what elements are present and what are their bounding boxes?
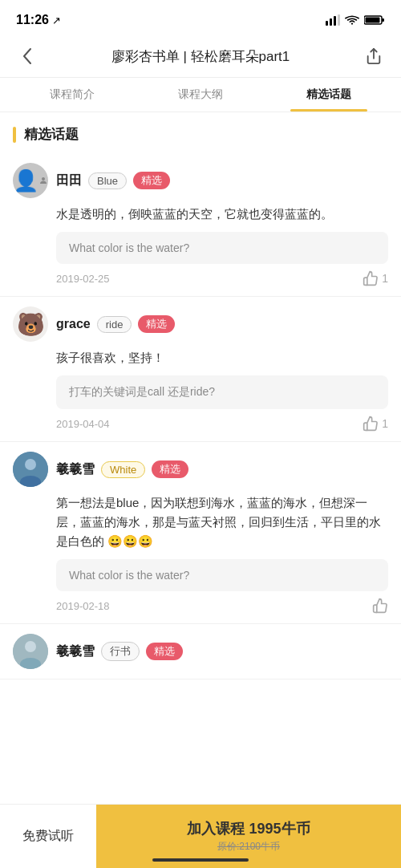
comment-header: 田田 Blue 精选 (13, 163, 388, 198)
free-trial-label: 免费试听 (22, 828, 74, 845)
svg-rect-0 (326, 21, 328, 26)
like-button[interactable]: 1 (363, 270, 388, 286)
join-course-button[interactable]: 加入课程 1995牛币 原价:2100牛币 (96, 805, 401, 868)
section-title-text: 精选话题 (24, 125, 79, 144)
avatar (13, 452, 48, 487)
tag-badge: Blue (88, 172, 127, 189)
comment-footer: 2019-04-04 1 (13, 416, 388, 432)
home-indicator (152, 858, 249, 862)
featured-badge: 精选 (152, 460, 188, 478)
user-info: 田田 Blue 精选 (56, 172, 170, 189)
like-count: 1 (382, 272, 388, 285)
svg-point-10 (25, 459, 36, 470)
share-button[interactable] (359, 42, 388, 71)
comment-date: 2019-02-18 (56, 600, 110, 612)
user-info: 羲羲雪 White 精选 (56, 460, 188, 478)
featured-badge: 精选 (138, 315, 175, 333)
user-info: 羲羲雪 行书 精选 (56, 642, 183, 661)
battery-icon (364, 14, 385, 26)
thumbs-up-icon (372, 598, 388, 614)
svg-point-13 (25, 641, 36, 652)
section-title-container: 精选话题 (0, 112, 401, 153)
username: 田田 (56, 172, 82, 189)
comment-item: 羲羲雪 行书 精选 (0, 624, 401, 679)
back-button[interactable] (13, 42, 42, 71)
like-button[interactable]: 1 (363, 416, 388, 432)
svg-rect-6 (366, 18, 380, 23)
thumbs-up-icon (363, 270, 379, 286)
comment-question: 打车的关键词是call 还是ride? (56, 375, 388, 409)
featured-badge: 精选 (133, 172, 170, 189)
tag-badge: ride (97, 316, 132, 333)
svg-rect-3 (338, 14, 340, 26)
svg-point-8 (42, 177, 45, 180)
user-info: grace ride 精选 (56, 315, 175, 333)
tab-bar: 课程简介 课程大纲 精选话题 (0, 78, 401, 112)
comment-date: 2019-04-04 (56, 418, 110, 430)
thumbs-up-icon (363, 416, 379, 432)
signal-icon (326, 14, 340, 26)
comment-question: What color is the water? (56, 232, 388, 264)
comment-item: 羲羲雪 White 精选 第一想法是blue，因为联想到海水，蓝蓝的海水，但想深… (0, 442, 401, 624)
tab-topics[interactable]: 精选话题 (265, 78, 393, 112)
location-icon: ↗ (52, 14, 61, 26)
like-button[interactable] (372, 598, 388, 614)
tab-outline[interactable]: 课程大纲 (136, 78, 265, 112)
comment-text: 第一想法是blue，因为联想到海水，蓝蓝的海水，但想深一层，蓝蓝的海水，那是与蓝… (13, 493, 388, 551)
comment-header: 🐻 grace ride 精选 (13, 306, 388, 342)
join-label: 加入课程 1995牛币 (187, 819, 310, 838)
avatar: 🐻 (13, 306, 48, 342)
comment-header: 羲羲雪 行书 精选 (13, 634, 388, 669)
svg-rect-5 (382, 18, 384, 22)
comment-question: What color is the water? (56, 559, 388, 591)
section-title-bar (13, 127, 16, 143)
comment-date: 2019-02-25 (56, 273, 110, 285)
wifi-icon (345, 14, 359, 26)
comment-text: 孩子很喜欢，坚持！ (13, 348, 388, 367)
header: 廖彩杏书单 | 轻松磨耳朵part1 (0, 35, 401, 78)
comment-text: 水是透明的，倒映蓝蓝的天空，它就也变得蓝蓝的。 (13, 205, 388, 224)
status-bar: 11:26 ↗ (0, 0, 401, 35)
status-time: 11:26 (16, 13, 49, 27)
svg-rect-2 (334, 16, 336, 26)
comment-footer: 2019-02-18 (13, 598, 388, 614)
username: 羲羲雪 (56, 461, 95, 478)
comment-footer: 2019-02-25 1 (13, 270, 388, 286)
username: 羲羲雪 (56, 643, 95, 660)
comment-header: 羲羲雪 White 精选 (13, 452, 388, 487)
avatar (13, 634, 48, 669)
username: grace (56, 317, 91, 331)
status-icons (326, 14, 385, 26)
original-price: 原价:2100牛币 (217, 840, 280, 854)
tag-badge: White (101, 461, 145, 478)
main-content: 精选话题 田田 Blue 精选 水是透明的，倒映蓝蓝的天空，它就也变得蓝蓝的。 … (0, 112, 401, 776)
like-count: 1 (382, 417, 388, 430)
tag-badge: 行书 (101, 642, 140, 661)
avatar (13, 163, 48, 198)
page-title: 廖彩杏书单 | 轻松磨耳朵part1 (42, 47, 359, 66)
svg-rect-1 (330, 18, 332, 26)
featured-badge: 精选 (146, 643, 183, 660)
tab-intro[interactable]: 课程简介 (8, 78, 136, 112)
comment-item: 田田 Blue 精选 水是透明的，倒映蓝蓝的天空，它就也变得蓝蓝的。 What … (0, 153, 401, 297)
free-trial-button[interactable]: 免费试听 (0, 805, 96, 868)
comment-item: 🐻 grace ride 精选 孩子很喜欢，坚持！ 打车的关键词是call 还是… (0, 297, 401, 442)
